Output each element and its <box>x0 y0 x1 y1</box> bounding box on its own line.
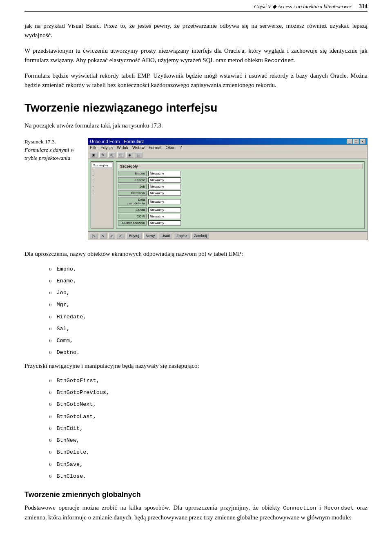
list-text-empno: Empno, <box>56 265 76 273</box>
nav-btn-prev[interactable]: < <box>100 233 107 239</box>
menu-insert[interactable]: Wstaw <box>132 145 145 150</box>
list-item-btndelete: υ BtnDelete, <box>49 448 368 456</box>
nav-btn-next[interactable]: > <box>108 233 115 239</box>
win-nav-bar: |< < > >| Edytuj Nowy Usuń Zapisz Zamkni… <box>88 231 367 240</box>
form-label-job: Job <box>118 184 147 189</box>
form-field-comi[interactable]: Nieważny <box>148 214 181 219</box>
list-item-btngolast: υ BtnGotoLast, <box>49 412 368 421</box>
bullet-icon-3: υ <box>49 289 51 297</box>
list-item-btngotoprevious: υ BtnGotoPrevious, <box>49 388 368 397</box>
form-field-job[interactable]: Nieważny <box>148 184 181 189</box>
form-field-empno[interactable]: Nieważny <box>148 171 181 176</box>
code-connection: Connection <box>283 505 316 511</box>
nav-btn-save[interactable]: Zapisz <box>174 233 190 239</box>
form-row-comi: COMl Nieważny <box>118 214 363 219</box>
paragraph-7-mid: i <box>316 504 324 511</box>
paragraph-7: Podstawowe operacje można zrobić na kilk… <box>24 503 368 522</box>
toolbar-btn-2[interactable]: ✎ <box>99 152 107 158</box>
list-item-mgr: υ Mgr, <box>49 300 368 309</box>
list-text-hiredate: Hiredate, <box>56 313 86 321</box>
win-minimize-btn[interactable]: _ <box>347 139 352 144</box>
bullet-icon-10: υ <box>49 388 51 396</box>
bullet-icon-7: υ <box>49 336 51 345</box>
menu-window[interactable]: Okno <box>166 145 176 150</box>
bullet-list-1: υ Empno, υ Ename, υ Job, υ Mgr, υ Hireda… <box>49 265 368 357</box>
list-item-hiredate: υ Hiredate, <box>49 313 368 321</box>
bullet-list-2: υ BtnGotoFirst, υ BtnGotoPrevious, υ Btn… <box>49 376 368 481</box>
form-field-kierownik[interactable]: Nieważny <box>148 190 181 196</box>
menu-format[interactable]: Format <box>149 145 162 150</box>
win-close-btn[interactable]: × <box>360 139 365 144</box>
win-left-panel: Szczegóły ------- <box>91 161 114 229</box>
toolbar-btn-3[interactable]: ⊞ <box>108 152 116 158</box>
bullet-icon-5: υ <box>49 313 51 321</box>
win-form-section-title: Szczegóły <box>118 163 363 169</box>
form-row-earlda: Earlda Nieważny <box>118 207 363 213</box>
form-field-data-zatrudnienia[interactable]: Nieważny <box>148 199 181 204</box>
menu-view[interactable]: Widok <box>117 145 128 150</box>
bullet-icon-16: υ <box>49 460 51 468</box>
list-text-btnedit: BtnEdit, <box>56 425 83 433</box>
figure-caption-text: Formularz z danymi w trybie projektowani… <box>24 147 74 161</box>
figure-image: Unbound Form - Formularz _ □ × Plik Edyc… <box>88 138 368 240</box>
list-item-ename: υ Ename, <box>49 277 368 285</box>
list-item-btnedit: υ BtnEdit, <box>49 424 368 433</box>
list-text-sal: Sal, <box>56 325 69 333</box>
list-text-ename: Ename, <box>56 277 76 285</box>
menu-help[interactable]: ? <box>180 145 182 150</box>
toolbar-btn-4[interactable]: ⊟ <box>117 152 125 158</box>
left-panel-markers: ------- <box>92 169 112 196</box>
code-recordset-2: Recordset <box>324 505 354 511</box>
menu-edit[interactable]: Edycja <box>100 145 113 150</box>
paragraph-7-start: Podstawowe operacje można zrobić na kilk… <box>24 504 283 511</box>
bullet-icon-6: υ <box>49 324 51 333</box>
nav-btn-delete[interactable]: Usuń <box>159 233 172 239</box>
nav-btn-close[interactable]: Zamknij <box>192 233 209 239</box>
bullet-icon-1: υ <box>49 265 51 273</box>
nav-btn-edit[interactable]: Edytuj <box>127 233 142 239</box>
bullet-icon-2: υ <box>49 277 51 285</box>
list-text-deptno: Deptno. <box>56 349 80 357</box>
left-panel-szczegoly: Szczegóły <box>92 163 112 168</box>
list-item-job: υ Job, <box>49 289 368 297</box>
bullet-icon-17: υ <box>49 472 51 480</box>
nav-btn-new[interactable]: Nowy <box>143 233 158 239</box>
section-heading-2: Tworzenie zmiennych globalnych <box>24 490 368 499</box>
list-text-btngotofirst: BtnGotoFirst, <box>56 377 99 385</box>
paragraph-6: Przyciski nawigacyjne i manipulacyjne bę… <box>24 361 368 371</box>
paragraph-2: W przedstawionym tu ćwiczeniu utworzymy … <box>24 46 368 65</box>
list-item-btnnew: υ BtnNew, <box>49 436 368 445</box>
paragraph-4: Na początek utwórz formularz taki, jak n… <box>24 121 368 130</box>
header-title: Część V ◆ Access i architektura klient-s… <box>24 3 352 10</box>
nav-btn-last[interactable]: >| <box>117 233 125 239</box>
win-title-text: Unbound Form - Formularz <box>90 139 144 144</box>
toolbar-btn-5[interactable]: ◈ <box>126 152 133 158</box>
menu-file[interactable]: Plik <box>90 145 96 150</box>
win-titlebar: Unbound Form - Formularz _ □ × <box>88 138 367 145</box>
win-maximize-btn[interactable]: □ <box>353 139 359 144</box>
bullet-icon-12: υ <box>49 412 51 421</box>
form-label-ename: Ename <box>118 177 147 183</box>
form-field-earlda[interactable]: Nieważny <box>148 207 181 213</box>
list-text-btngolast: BtnGotoLast, <box>56 413 96 421</box>
form-field-numer-oddzialu[interactable]: Nieważny <box>148 220 181 226</box>
list-item-comm: υ Comm, <box>49 336 368 345</box>
nav-btn-first[interactable]: |< <box>90 233 98 239</box>
toolbar-btn-6[interactable]: ⬚ <box>135 152 143 158</box>
bullet-icon-9: υ <box>49 376 51 385</box>
list-item-btnclose: υ BtnClose. <box>49 472 368 481</box>
list-text-mgr: Mgr, <box>56 301 69 309</box>
list-item-empno: υ Empno, <box>49 265 368 273</box>
list-text-btngonext: BtnGotoNext, <box>56 401 96 409</box>
list-item-btnsave: υ BtnSave, <box>49 460 368 469</box>
bullet-icon-11: υ <box>49 400 51 408</box>
form-row-ename: Ename Nieważny <box>118 177 363 183</box>
toolbar-btn-1[interactable]: ▣ <box>90 152 98 158</box>
paragraph-3: Formularz będzie wyświetlał rekordy tabe… <box>24 71 368 90</box>
section-heading-1: Tworzenie niezwiązanego interfejsu <box>24 101 368 114</box>
form-label-data-zatrudnienia: Data zatrudnienia <box>118 197 147 206</box>
form-label-empno: Empno <box>118 171 147 176</box>
page-number: 314 <box>359 3 368 10</box>
bullet-icon-15: υ <box>49 448 51 456</box>
form-field-ename[interactable]: Nieważny <box>148 177 181 183</box>
